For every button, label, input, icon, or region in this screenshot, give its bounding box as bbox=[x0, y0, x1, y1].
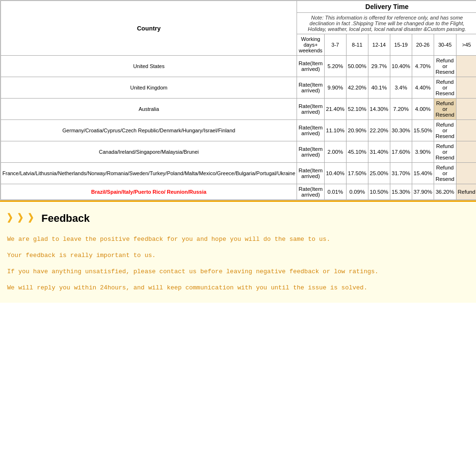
working-cell: Rate(Item arrived) bbox=[297, 99, 325, 120]
delivery-table-section: Country Delivery Time Note: This informa… bbox=[0, 0, 476, 200]
last-col-cell bbox=[456, 141, 476, 163]
refund-cell: Refund or Resend bbox=[434, 163, 456, 184]
delivery-time-header: Delivery Time bbox=[297, 1, 476, 13]
feedback-line: If you have anything unsatisfied, please… bbox=[7, 266, 469, 278]
table-row: Canada/Ireland/Singapore/Malaysia/Brunei… bbox=[1, 141, 476, 163]
table-row: Brazil/Spain/Italy/Puerto Rico/ Reunion/… bbox=[1, 184, 476, 200]
data-cell: 31.40% bbox=[368, 141, 390, 163]
data-cell: 11.10% bbox=[324, 120, 346, 141]
col-20-26: 20-26 bbox=[412, 34, 434, 56]
data-cell: 7.20% bbox=[390, 99, 412, 120]
refund-cell: 36.20% bbox=[434, 184, 456, 200]
data-cell: 10.50% bbox=[368, 184, 390, 200]
working-cell: Rate(Item arrived) bbox=[297, 120, 325, 141]
data-cell: 50.00% bbox=[346, 56, 368, 77]
data-cell: 0.01% bbox=[324, 184, 346, 200]
data-cell: 14.30% bbox=[368, 99, 390, 120]
country-header: Country bbox=[1, 1, 297, 56]
data-cell: 5.20% bbox=[324, 56, 346, 77]
country-cell: United Kingdom bbox=[1, 77, 297, 99]
col-8-11: 8-11 bbox=[346, 34, 368, 56]
working-cell: Rate(Item arrived) bbox=[297, 141, 325, 163]
data-cell: 0.09% bbox=[346, 184, 368, 200]
last-col-cell bbox=[456, 163, 476, 184]
data-cell: 45.10% bbox=[346, 141, 368, 163]
data-cell: 20.90% bbox=[346, 120, 368, 141]
feedback-arrows-icon: 》》》 bbox=[7, 211, 39, 226]
data-cell: 9.90% bbox=[324, 77, 346, 99]
data-cell: 17.60% bbox=[390, 141, 412, 163]
data-cell: 3.4% bbox=[390, 77, 412, 99]
table-row: United StatesRate(Item arrived)5.20%50.0… bbox=[1, 56, 476, 77]
data-cell: 30.30% bbox=[390, 120, 412, 141]
data-cell: 15.40% bbox=[412, 163, 434, 184]
feedback-line: We will reply you within 24hours, and wi… bbox=[7, 282, 469, 294]
feedback-line: Your feedback is really important to us. bbox=[7, 249, 469, 262]
refund-cell: Refund or Resend bbox=[434, 120, 456, 141]
data-cell: 25.00% bbox=[368, 163, 390, 184]
col-30-45: 30-45 bbox=[434, 34, 456, 56]
country-cell: Canada/Ireland/Singapore/Malaysia/Brunei bbox=[1, 141, 297, 163]
last-col-cell bbox=[456, 56, 476, 77]
country-cell: Brazil/Spain/Italy/Puerto Rico/ Reunion/… bbox=[1, 184, 297, 200]
refund-cell: Refund or Resend bbox=[434, 141, 456, 163]
data-cell: 37.90% bbox=[412, 184, 434, 200]
data-cell: 31.70% bbox=[390, 163, 412, 184]
country-cell: United States bbox=[1, 56, 297, 77]
col-gt45: >45 bbox=[456, 34, 476, 56]
last-col-cell bbox=[456, 77, 476, 99]
working-cell: Rate(Item arrived) bbox=[297, 184, 325, 200]
data-cell: 40.1% bbox=[368, 77, 390, 99]
last-col-cell bbox=[456, 120, 476, 141]
working-cell: Rate(Item arrived) bbox=[297, 77, 325, 99]
data-cell: 2.00% bbox=[324, 141, 346, 163]
data-cell: 3.90% bbox=[412, 141, 434, 163]
country-cell: France/Latvia/Lithusnia/Netherlands/Norw… bbox=[1, 163, 297, 184]
feedback-text-block: We are glad to leave the positive feedba… bbox=[7, 233, 469, 294]
table-row: AustraliaRate(Item arrived)21.40%52.10%1… bbox=[1, 99, 476, 120]
country-cell: Australia bbox=[1, 99, 297, 120]
table-row: United KingdomRate(Item arrived)9.90%42.… bbox=[1, 77, 476, 99]
data-cell: 21.40% bbox=[324, 99, 346, 120]
data-cell: 22.20% bbox=[368, 120, 390, 141]
feedback-line: We are glad to leave the positive feedba… bbox=[7, 233, 469, 246]
data-cell: 52.10% bbox=[346, 99, 368, 120]
refund-cell: Refund or Resend bbox=[434, 77, 456, 99]
data-cell: 10.40% bbox=[390, 56, 412, 77]
col-3-7: 3-7 bbox=[324, 34, 346, 56]
data-cell: 17.50% bbox=[346, 163, 368, 184]
data-cell: 15.50% bbox=[412, 120, 434, 141]
table-row: Germany/Croatia/Cyprus/Czech Republic/De… bbox=[1, 120, 476, 141]
data-cell: 10.40% bbox=[324, 163, 346, 184]
feedback-section: 》》》 Feedback We are glad to leave the po… bbox=[0, 200, 476, 303]
feedback-title-text: Feedback bbox=[41, 212, 90, 225]
table-row: France/Latvia/Lithusnia/Netherlands/Norw… bbox=[1, 163, 476, 184]
table-body: United StatesRate(Item arrived)5.20%50.0… bbox=[1, 56, 476, 200]
col-working: Working days+ weekends bbox=[297, 34, 325, 56]
refund-cell: Refund or Resend bbox=[434, 99, 456, 120]
data-cell: 29.7% bbox=[368, 56, 390, 77]
data-cell: 4.70% bbox=[412, 56, 434, 77]
col-15-19: 15-19 bbox=[390, 34, 412, 56]
col-12-14: 12-14 bbox=[368, 34, 390, 56]
working-cell: Rate(Item arrived) bbox=[297, 56, 325, 77]
delivery-table: Country Delivery Time Note: This informa… bbox=[0, 0, 476, 200]
data-cell: 4.40% bbox=[412, 77, 434, 99]
last-col-cell: Refund bbox=[456, 184, 476, 200]
country-cell: Germany/Croatia/Cyprus/Czech Republic/De… bbox=[1, 120, 297, 141]
data-cell: 15.30% bbox=[390, 184, 412, 200]
feedback-title: 》》》 Feedback bbox=[7, 211, 469, 226]
last-col-cell bbox=[456, 99, 476, 120]
working-cell: Rate(Item arrived) bbox=[297, 163, 325, 184]
refund-cell: Refund or Resend bbox=[434, 56, 456, 77]
delivery-note: Note: This information is offered for re… bbox=[297, 13, 476, 34]
data-cell: 4.00% bbox=[412, 99, 434, 120]
data-cell: 42.20% bbox=[346, 77, 368, 99]
